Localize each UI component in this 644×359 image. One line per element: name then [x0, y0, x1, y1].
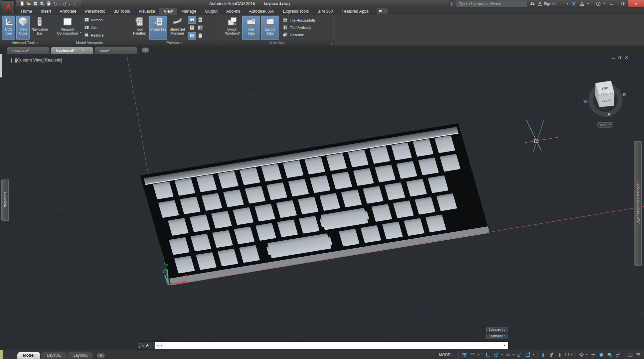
workspace-icon[interactable] — [577, 351, 585, 358]
viewcube-wcs-menu[interactable]: WCS — [597, 122, 613, 127]
ribbon-tab-parametric[interactable]: Parametric — [81, 8, 109, 15]
ribbon-tab-output[interactable]: Output — [201, 8, 222, 15]
application-menu-button[interactable]: ▼ — [2, 0, 15, 14]
qat-menu-icon[interactable] — [72, 1, 78, 7]
ucsicon-button[interactable]: UCS Icon — [2, 16, 15, 40]
help-icon[interactable]: ? — [595, 1, 601, 7]
viewcube-east[interactable]: E — [623, 92, 626, 97]
viewcube-south[interactable]: S — [607, 112, 610, 117]
restore-button[interactable] — [617, 0, 628, 7]
ribbon-tab-bim-360[interactable]: BIM 360 — [313, 8, 337, 15]
connect-media-icon[interactable]: ▼ — [376, 8, 388, 14]
drawing-area[interactable]: XYZ [−][Custom View][Realistic] W E S TO… — [0, 54, 644, 350]
switchwindows-button[interactable]: Switch Windows▼ — [223, 16, 241, 40]
sign-in-button[interactable]: Sign In ▼ — [537, 1, 568, 6]
navigationbar-button[interactable]: Navigation Bar — [31, 16, 49, 40]
panel-title-palettes[interactable]: Palettes▼ — [128, 40, 221, 46]
annotation-scale-label[interactable]: 1:1 — [565, 353, 570, 357]
file-tab-newplate[interactable]: newplate* — [7, 47, 50, 54]
graphics-performance-icon[interactable] — [605, 351, 614, 358]
viewport-controls-label[interactable]: [−][Custom View][Realistic] — [11, 58, 62, 62]
search-icon[interactable] — [529, 1, 536, 7]
isolate-objects-icon[interactable] — [614, 351, 622, 358]
layout-tab-model[interactable]: Model — [17, 352, 40, 359]
hardware-acceleration-icon[interactable] — [597, 351, 605, 358]
model-space-toggle[interactable]: MODEL — [439, 353, 453, 357]
ribbon-tab-featured-apps[interactable]: Featured Apps — [337, 8, 373, 15]
object-snap-tracking-icon[interactable] — [516, 351, 524, 358]
panel-title-model-viewports[interactable]: Model Viewports — [51, 40, 128, 46]
recent-commands-button[interactable]: >_▼ — [156, 343, 163, 348]
a360-dropdown-icon[interactable]: ▼ — [587, 3, 589, 5]
command-input[interactable]: >_▼ ▲ — [155, 342, 508, 349]
close-button[interactable]: × — [628, 0, 644, 7]
file-tab-case[interactable]: case* — [94, 47, 137, 54]
file-tab-close-icon[interactable]: × — [82, 48, 84, 53]
quickcalc-palette-icon[interactable] — [196, 16, 204, 24]
layouttabs-button[interactable]: Layout Tabs — [261, 16, 279, 40]
isometric-drafting-icon[interactable] — [504, 351, 512, 358]
isometric-drafting-dropdown-icon[interactable]: ▼ — [513, 354, 515, 356]
undo-icon[interactable] — [52, 1, 58, 7]
command-close-icon[interactable]: × — [142, 344, 144, 348]
ribbon-tab-autodesk-360[interactable]: Autodesk 360 — [244, 8, 278, 15]
viewcube[interactable]: W E S TOP FRONT WCS — [580, 67, 633, 134]
a360-icon[interactable] — [578, 1, 585, 7]
ribbon-tab-insert[interactable]: Insert — [36, 8, 55, 15]
search-input[interactable]: Type a keyword or phrase — [456, 1, 527, 7]
viewcube-button[interactable]: View Cube — [16, 16, 30, 40]
ribbon-tab-express-tools[interactable]: Express Tools — [279, 8, 313, 15]
new-layout-button[interactable]: + — [97, 353, 105, 358]
annotation-visibility-icon[interactable] — [539, 351, 548, 358]
grip-handle-icon[interactable] — [139, 343, 140, 348]
clipboard-palette-icon[interactable] — [196, 32, 204, 40]
polar-tracking-dropdown-icon[interactable]: ▼ — [501, 354, 503, 356]
object-snap-icon[interactable] — [524, 351, 532, 358]
annotation-scale-icon[interactable] — [556, 351, 564, 358]
xref-palette-palette-icon[interactable] — [188, 32, 196, 40]
viewcube-west[interactable]: W — [583, 99, 588, 104]
panel-title-interface[interactable]: Interface» — [221, 40, 334, 46]
clean-screen-icon[interactable] — [626, 351, 634, 358]
annotation-monitor-icon[interactable] — [589, 351, 597, 358]
command-bar-grip[interactable]: × — [138, 342, 155, 349]
viewport-close-icon[interactable] — [625, 56, 628, 60]
ribbon-tab-view[interactable]: View — [159, 8, 177, 15]
workspace-dropdown-icon[interactable]: ▼ — [586, 354, 588, 356]
help-dropdown-icon[interactable]: ▼ — [603, 3, 605, 5]
redo-dropdown-icon[interactable]: ▼ — [68, 3, 71, 5]
redo-icon[interactable] — [62, 1, 68, 7]
open-file-icon[interactable] — [26, 1, 32, 7]
scene-canvas[interactable]: XYZ — [0, 54, 644, 350]
toolpalettes-button[interactable]: Tool Palettes — [130, 16, 148, 40]
viewport-restore-icon[interactable] — [618, 56, 622, 60]
markup-set-manager-palette-icon[interactable] — [188, 24, 196, 32]
save-icon[interactable] — [32, 1, 38, 7]
polar-tracking-icon[interactable] — [492, 351, 501, 358]
command-line-palette-icon[interactable] — [188, 16, 196, 24]
ribbon-tab-home[interactable]: Home — [17, 8, 36, 15]
save-as-icon[interactable] — [39, 1, 45, 7]
customize-wrench-icon[interactable] — [145, 343, 149, 348]
layout-tab-layout1[interactable]: Layout1 — [41, 352, 67, 359]
properties-button[interactable]: Properties — [149, 16, 167, 40]
ribbon-tab-manage[interactable]: Manage — [177, 8, 201, 15]
flyout-arrow-icon[interactable]: ▼ — [80, 31, 82, 35]
ribbon-tab-annotate[interactable]: Annotate — [56, 8, 81, 15]
grid-display-icon[interactable] — [460, 351, 469, 358]
exchange-apps-icon[interactable] — [570, 1, 577, 7]
annotation-scale-dropdown-icon[interactable]: ▼ — [570, 354, 573, 356]
object-snap-dropdown-icon[interactable]: ▼ — [533, 354, 535, 356]
plot-icon[interactable] — [46, 1, 52, 7]
sign-in-dropdown-icon[interactable]: ▼ — [566, 3, 568, 5]
properties-palette-tab[interactable]: Properties — [1, 180, 9, 221]
snap-mode-icon[interactable] — [469, 351, 477, 358]
command-expand-icon[interactable]: ▲ — [503, 344, 506, 347]
ribbon-tab-visualize[interactable]: Visualize — [134, 8, 160, 15]
ribbon-tab-add-ins[interactable]: Add-ins — [222, 8, 244, 15]
filetabs-button[interactable]: File Tabs — [242, 16, 260, 40]
restore-button[interactable]: Restore — [83, 32, 105, 39]
flyout-arrow-icon[interactable]: ▼ — [239, 31, 241, 35]
new-drawing-tab-button[interactable]: + — [142, 48, 149, 53]
sheet-setmanager-button[interactable]: Sheet Set Manager — [168, 16, 186, 40]
